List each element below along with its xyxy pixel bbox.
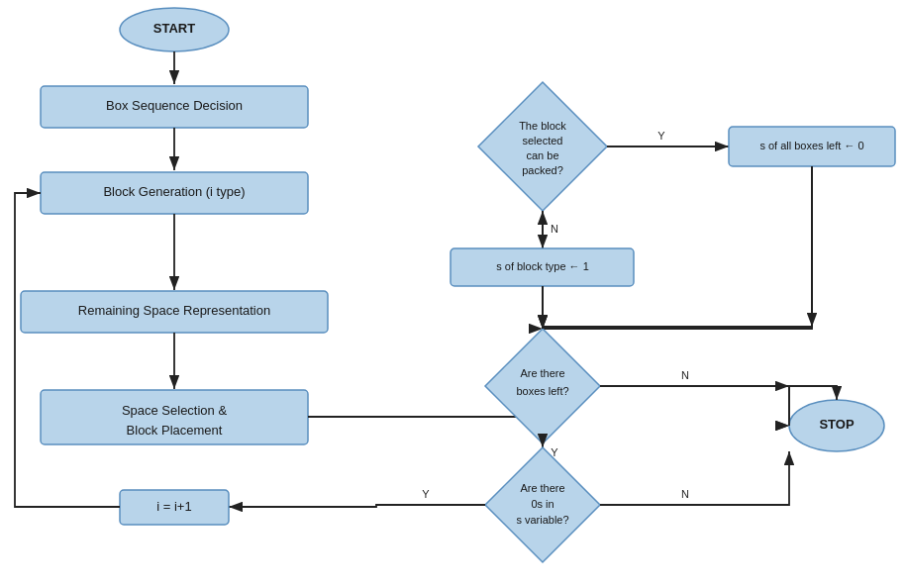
n-boxes-label: N xyxy=(681,369,689,381)
s-all-zero-label: s of all boxes left ← 0 xyxy=(759,140,863,151)
s-block-type-label: s of block type ← 1 xyxy=(496,260,589,272)
remain-space-label: Remaining Space Representation xyxy=(78,303,270,318)
can-packed-node xyxy=(478,82,607,211)
space-sel-label2: Block Placement xyxy=(127,423,223,438)
y-packed-label: Y xyxy=(657,130,665,142)
stop-label: STOP xyxy=(819,417,854,432)
box-sequence-label: Box Sequence Decision xyxy=(106,98,243,113)
zero-in-s-label2: 0s in xyxy=(531,498,554,510)
space-sel-label1: Space Selection & xyxy=(122,403,228,418)
n-zeros-label: N xyxy=(681,488,689,500)
start-label: START xyxy=(153,21,195,36)
can-packed-label1: The block xyxy=(519,120,566,132)
block-gen-label: Block Generation (i type) xyxy=(103,184,245,199)
can-packed-label2: selected xyxy=(523,135,563,147)
can-packed-label4: packed? xyxy=(522,164,563,176)
flowchart-svg: START Box Sequence Decision Block Genera… xyxy=(0,0,906,588)
zero-in-s-label1: Are there xyxy=(520,482,564,494)
zero-in-s-label3: s variable? xyxy=(516,514,568,526)
can-packed-label3: can be xyxy=(526,149,558,161)
n-packed-label: N xyxy=(551,223,558,235)
boxes-left-label1: Are there xyxy=(520,367,564,379)
i-increment-label: i = i+1 xyxy=(156,499,191,514)
y-zeros-label: Y xyxy=(422,488,430,500)
boxes-left-label2: boxes left? xyxy=(516,385,568,397)
